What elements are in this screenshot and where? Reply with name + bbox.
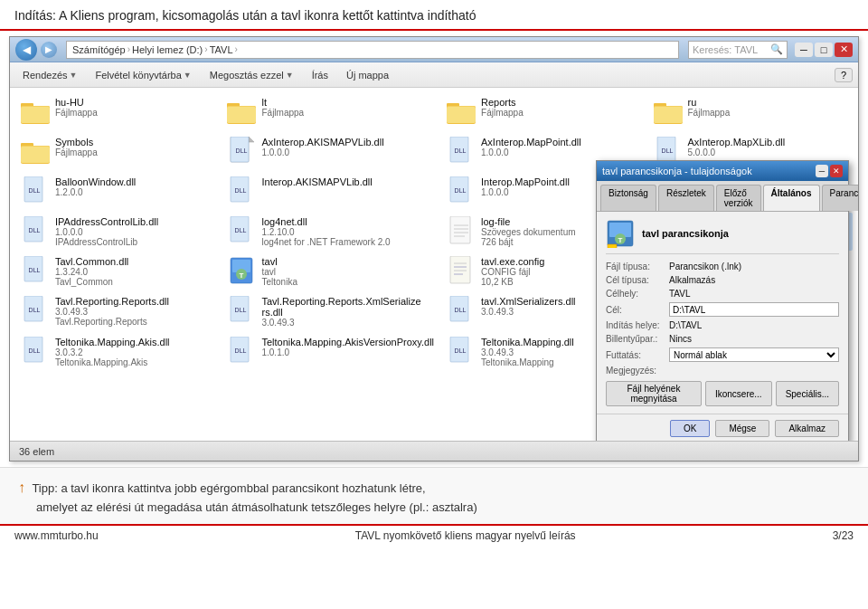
toolbar-megosztás[interactable]: Megosztás ezzel ▼ <box>203 68 301 82</box>
props-filename: tavl parancsikonja <box>642 228 729 239</box>
toolbar-felvetel[interactable]: Felvétel könyvtárba ▼ <box>88 68 198 82</box>
file-name: log-file <box>481 216 576 227</box>
svg-text:DLL: DLL <box>661 147 673 154</box>
folder-icon <box>654 97 683 126</box>
address-bar[interactable]: Számítógép › Helyi lemez (D:) › TAVL › <box>66 41 679 59</box>
svg-text:DLL: DLL <box>29 227 41 233</box>
props-ikoncsere-button[interactable]: Ikoncsere... <box>705 381 772 406</box>
svg-rect-15 <box>654 107 683 123</box>
tab-részletek[interactable]: Részletek <box>658 185 714 211</box>
toolbar-uj-mappa[interactable]: Új mappa <box>339 68 396 82</box>
exe-icon: T <box>227 256 256 285</box>
file-item-symbols[interactable]: Symbols Fájlmappa <box>15 133 220 171</box>
svg-rect-11 <box>447 107 476 123</box>
file-type: 1.3.24.0 <box>55 267 128 277</box>
file-item-tavl-reporting[interactable]: DLL Tavl.Reporting.Reports.dll 3.0.49.3 … <box>15 292 220 331</box>
svg-text:DLL: DLL <box>455 147 467 154</box>
dll-icon: DLL <box>21 296 50 325</box>
svg-text:DLL: DLL <box>29 267 41 273</box>
minimize-button[interactable]: ─ <box>795 43 813 57</box>
props-change-icon-button[interactable]: Fájl helyének megnyitása <box>606 381 702 406</box>
file-type: CONFIG fájl <box>481 267 544 277</box>
props-icon-area: T tavl parancsikonja <box>606 219 839 254</box>
dll-icon: DLL <box>227 216 256 245</box>
file-type: 3.0.3.2 <box>55 347 170 357</box>
breadcrumb-folder: TAVL <box>210 44 233 55</box>
breadcrumb: Számítógép › Helyi lemez (D:) › TAVL › <box>72 44 238 55</box>
svg-text:DLL: DLL <box>236 147 248 154</box>
help-button[interactable]: ? <box>835 68 853 82</box>
props-specialis-button[interactable]: Speciális... <box>776 381 839 406</box>
svg-rect-3 <box>21 107 50 123</box>
file-item-tavl-common[interactable]: DLL Tavl.Common.dll 1.3.24.0 Tavl_Common <box>15 252 220 290</box>
props-futtatas-select[interactable]: Normál ablak <box>669 347 839 362</box>
file-name: Interop.AKISMAPVLib.dll <box>261 176 372 187</box>
svg-text:T: T <box>240 271 244 280</box>
search-box[interactable]: Keresés: TAVL 🔍 <box>688 41 788 59</box>
properties-buttons: OK Mégse Alkalmaz <box>597 414 848 441</box>
properties-content: T tavl parancsikonja Fájl típusa: Paranc… <box>597 212 848 414</box>
file-name: AxInterop.MapPoint.dll <box>481 137 581 147</box>
file-subtype: Teltonika.Mapping <box>481 357 574 367</box>
file-item-axinterop-akis[interactable]: DLL AxInterop.AKISMAPVLib.dll 1.0.0.0 <box>222 133 439 171</box>
svg-text:T: T <box>618 236 623 244</box>
props-megse-button[interactable]: Mégse <box>715 420 769 437</box>
dll-icon: DLL <box>227 176 256 205</box>
maximize-button[interactable]: □ <box>815 43 833 57</box>
search-placeholder: Keresés: TAVL <box>693 44 758 55</box>
tab-előző-verziók[interactable]: Előző verziók <box>716 185 761 211</box>
svg-rect-7 <box>227 107 256 123</box>
footer: www.mmturbo.hu TAVL nyomkövető kliens ma… <box>0 524 868 546</box>
tip-area: ↑ Tipp: a tavl ikonra kattintva jobb egé… <box>0 467 868 524</box>
file-type: Fájlmappa <box>688 108 731 118</box>
props-min-button[interactable]: ─ <box>816 165 828 177</box>
file-item-balloonwindow[interactable]: DLL BalloonWindow.dll 1.2.0.0 <box>15 173 220 211</box>
props-row-futtatas: Futtatás: Normál ablak <box>606 347 839 362</box>
file-name: IPAddressControlLib.dll <box>55 216 158 227</box>
file-item-teltonika-akis[interactable]: DLL Teltonika.Mapping.Akis.dll 3.0.3.2 T… <box>15 333 220 371</box>
status-bar: 36 elem <box>10 441 858 461</box>
dll-icon: DLL <box>447 337 476 366</box>
toolbar-rendezas[interactable]: Rendezés ▼ <box>15 68 84 82</box>
file-name: AxInterop.MapXLib.dll <box>688 137 786 147</box>
window-titlebar: ◀ ▶ Számítógép › Helyi lemez (D:) › TAVL… <box>10 37 858 62</box>
file-item-tavl-reporting-xml[interactable]: DLL Tavl.Reporting.Reports.XmlSerialize … <box>222 292 439 331</box>
props-row-filetype: Fájl típusa: Parancsikon (.lnk) <box>606 262 839 271</box>
file-item-ru[interactable]: ru Fájlmappa <box>648 93 853 131</box>
file-subtype: Tavl_Common <box>55 277 128 287</box>
props-ok-button[interactable]: OK <box>670 420 710 437</box>
dll-icon: DLL <box>21 337 50 366</box>
file-item-interop-akis[interactable]: DLL Interop.AKISMAPVLib.dll <box>222 173 439 211</box>
file-type: 1.2.0.0 <box>55 187 136 197</box>
props-cel-input[interactable] <box>669 302 839 317</box>
properties-tabs: Biztonság Részletek Előző verziók Általá… <box>597 181 848 212</box>
back-button[interactable]: ◀ <box>15 39 37 61</box>
svg-text:DLL: DLL <box>235 227 247 233</box>
file-item-lt[interactable]: lt Fájlmappa <box>222 93 439 131</box>
properties-title: tavl parancsikonja - tulajdonságok <box>602 166 752 176</box>
svg-rect-41 <box>450 216 470 243</box>
toolbar-iras[interactable]: Írás <box>305 68 335 82</box>
file-item-reports[interactable]: Reports Fájlmappa <box>441 93 646 131</box>
close-button[interactable]: ✕ <box>835 43 853 57</box>
tab-általános[interactable]: Általános <box>763 185 820 211</box>
svg-text:DLL: DLL <box>455 347 467 354</box>
folder-icon <box>21 137 50 166</box>
file-item-log4net[interactable]: DLL log4net.dll 1.2.10.0 log4net for .NE… <box>222 213 439 251</box>
file-item-hu-hu[interactable]: hu-HU Fájlmappa <box>15 93 220 131</box>
file-type: 5.0.0.0 <box>688 147 786 157</box>
chevron-down-icon: ▼ <box>286 71 294 80</box>
file-item-tavl-exe[interactable]: T tavl tavl Teltonika <box>222 252 439 290</box>
props-close-button[interactable]: ✕ <box>830 165 843 177</box>
forward-button[interactable]: ▶ <box>41 42 57 58</box>
file-item-ipaddress[interactable]: DLL IPAddressControlLib.dll 1.0.0.0 IPAd… <box>15 213 220 251</box>
props-alkalmaz-button[interactable]: Alkalmaz <box>775 420 839 437</box>
footer-page: 3/23 <box>833 529 854 542</box>
file-type: 1.2.10.0 <box>261 227 390 237</box>
tab-biztonság[interactable]: Biztonság <box>600 185 656 211</box>
file-type: Fájlmappa <box>55 108 98 118</box>
tab-parancsikon[interactable]: Parancsikon <box>822 185 858 211</box>
file-item-teltonika-akisversionproxy[interactable]: DLL Teltonika.Mapping.AkisVersionProxy.d… <box>222 333 439 371</box>
chevron-down-icon: ▼ <box>70 71 78 80</box>
dll-icon: DLL <box>447 176 476 205</box>
